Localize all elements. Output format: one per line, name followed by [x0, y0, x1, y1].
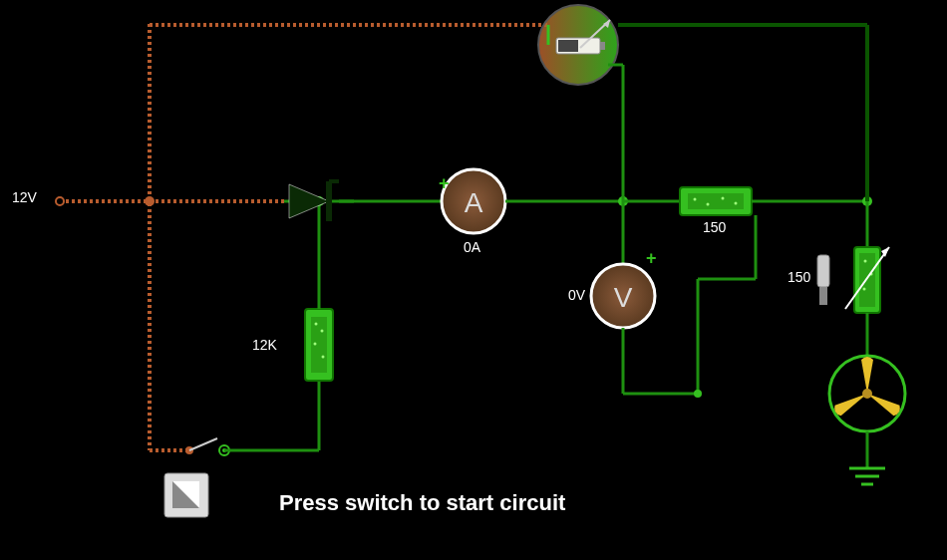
motor-fan — [829, 356, 905, 431]
ground-symbol — [849, 468, 885, 484]
svg-rect-41 — [817, 255, 829, 287]
ammeter: A — [442, 169, 505, 233]
svg-rect-22 — [558, 40, 578, 52]
svg-point-8 — [315, 323, 318, 326]
svg-text:V: V — [614, 282, 633, 313]
wire-left-down — [148, 201, 152, 450]
voltmeter-reading: 0V — [568, 287, 585, 303]
voltmeter: V — [591, 264, 655, 328]
variable-resistor[interactable] — [845, 247, 889, 313]
wire-main-1 — [148, 199, 287, 203]
resistor-r1 — [305, 309, 333, 381]
r2-label: 150 — [703, 219, 726, 235]
svg-point-9 — [321, 330, 324, 333]
wire-top-horiz — [148, 23, 548, 27]
svg-rect-7 — [311, 317, 327, 373]
slider-handle[interactable] — [817, 255, 829, 305]
svg-rect-21 — [600, 42, 605, 50]
switch-symbol[interactable] — [185, 438, 229, 455]
ammeter-reading: 0A — [464, 239, 480, 255]
wire-source-in — [60, 199, 150, 203]
svg-line-3 — [189, 438, 217, 450]
svg-point-45 — [862, 389, 872, 399]
svg-point-36 — [864, 260, 867, 263]
svg-point-32 — [735, 202, 738, 205]
svg-text:A: A — [465, 187, 483, 218]
source-voltage-label: 12V — [12, 189, 37, 205]
battery-meter — [538, 5, 618, 85]
svg-point-30 — [707, 203, 710, 206]
svg-rect-28 — [688, 193, 744, 209]
svg-rect-42 — [819, 287, 827, 305]
plus-ammeter: + — [439, 173, 450, 193]
svg-point-11 — [322, 356, 325, 359]
svg-marker-13 — [289, 184, 329, 218]
varres-label: 150 — [788, 269, 810, 285]
wire-top-left-vert — [148, 23, 152, 202]
source-terminal — [56, 197, 64, 205]
svg-point-29 — [694, 198, 697, 201]
svg-point-31 — [722, 197, 725, 200]
svg-point-10 — [314, 343, 317, 346]
svg-rect-35 — [859, 253, 875, 307]
svg-point-38 — [863, 288, 866, 291]
svg-point-58 — [694, 390, 702, 398]
resistor-r2 — [680, 187, 752, 215]
instruction-text: Press switch to start circuit — [279, 490, 565, 516]
wire-to-switch — [148, 448, 187, 452]
r1-label: 12K — [252, 337, 277, 353]
switch-button[interactable] — [164, 473, 208, 517]
plus-voltmeter: + — [646, 248, 657, 268]
